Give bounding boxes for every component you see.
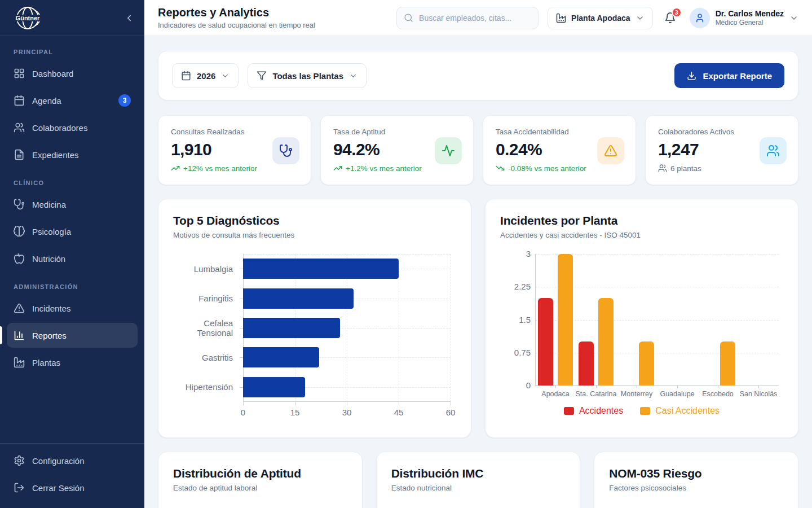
sidebar-item-label: Reportes	[32, 331, 67, 340]
plants-filter[interactable]: Todas las Plantas	[248, 63, 367, 88]
search-icon	[404, 13, 413, 23]
sidebar-item-cerrar-sesion[interactable]: Cerrar Sesión	[7, 475, 138, 500]
legend-swatch	[564, 407, 574, 415]
kpi-icon-box	[272, 137, 299, 164]
download-icon	[687, 71, 696, 81]
sidebar-item-plantas[interactable]: Plantas	[7, 350, 138, 375]
file-text-icon	[14, 149, 25, 160]
trending-down-icon	[496, 164, 505, 173]
year-filter[interactable]: 2026	[172, 63, 239, 88]
chart-card-incidentes: Incidentes por Planta Accidentes y casi …	[485, 199, 798, 438]
x-axis-labels: ApodacaSta. CatarinaMonterreyGuadalupeEs…	[535, 390, 779, 400]
y-tick-label: 2.25	[500, 282, 531, 291]
bar-lumbalgia	[243, 259, 399, 279]
plot-area	[243, 254, 451, 402]
kpi-subtext-label: 6 plantas	[670, 164, 701, 173]
bar-casi-accidentes-sta-catarina	[598, 298, 614, 386]
kpi-icon-box	[435, 137, 462, 164]
bar-hipertension	[243, 377, 305, 397]
kpi-label: Consultas Realizadas	[171, 128, 298, 136]
bar-faringitis	[243, 288, 354, 309]
user-menu[interactable]: Dr. Carlos Mendez Médico General	[690, 8, 798, 28]
x-tick-label: Monterrey	[621, 390, 652, 398]
sidebar-item-expedientes[interactable]: Expedientes	[7, 142, 138, 167]
notification-badge: 3	[672, 7, 682, 17]
legend-item-casi-accidentes[interactable]: Casi Accidentes	[640, 406, 720, 416]
axis-tick	[758, 386, 759, 388]
alert-triangle-icon	[604, 144, 617, 157]
kpi-card-consultas-realizadas: Consultas Realizadas1,910+12% vs mes ant…	[158, 115, 311, 185]
sidebar-item-medicina[interactable]: Medicina	[7, 192, 138, 217]
sidebar-item-label: Agenda	[32, 96, 61, 106]
kpi-label: Colaboradores Activos	[658, 128, 785, 136]
sidebar-item-configuracion[interactable]: Configuración	[7, 448, 138, 473]
sidebar-item-label: Expedientes	[32, 150, 79, 160]
sidebar-nav: PRINCIPALDashboardAgenda3ColaboradoresEx…	[0, 36, 144, 443]
export-report-button[interactable]: Exportar Reporte	[674, 63, 784, 88]
calendar-icon	[14, 95, 25, 106]
diagnosticos-bar-chart: LumbalgiaFaringitisCefalea TensionalGast…	[173, 252, 456, 424]
sidebar-item-colaboradores[interactable]: Colaboradores	[7, 115, 138, 140]
bar-casi-accidentes-monterrey	[639, 341, 654, 386]
topbar: Reportes y Analytics Indicadores de salu…	[144, 0, 812, 36]
card-distribucion-imc: Distribución IMC Estado nutricional	[376, 452, 581, 508]
sidebar-item-reportes[interactable]: Reportes	[7, 323, 138, 348]
bar-gastritis	[243, 347, 319, 367]
search-input[interactable]	[418, 13, 531, 23]
axis-tick	[295, 402, 295, 405]
bar-chart-icon	[14, 330, 25, 341]
kpi-subtext: 6 plantas	[658, 164, 785, 173]
y-tick-label: 0.75	[500, 348, 531, 357]
incidentes-bar-chart: 00.751.52.253ApodacaSta. CatarinaMonterr…	[500, 248, 783, 419]
legend-label: Casi Accidentes	[655, 406, 720, 416]
app-root: Güntner PRINCIPALDashboardAgenda3Colabor…	[0, 0, 812, 508]
sidebar-item-agenda[interactable]: Agenda3	[7, 88, 138, 113]
bar-cefalea-tensional	[243, 318, 340, 338]
kpi-label: Tasa de Aptitud	[333, 128, 461, 136]
legend-swatch	[640, 407, 650, 415]
axis-tick	[451, 402, 451, 405]
kpi-card-tasa-de-aptitud: Tasa de Aptitud94.2%+1.2% vs mes anterio…	[320, 115, 474, 185]
kpi-card-colaboradores-activos: Colaboradores Activos1,2476 plantas	[645, 115, 798, 185]
plant-selector[interactable]: Planta Apodaca	[548, 7, 653, 29]
axis-tick	[243, 402, 244, 405]
card-subtitle: Estado nutricional	[391, 484, 566, 492]
sidebar-item-nutricion[interactable]: Nutrición	[7, 246, 138, 271]
card-title: NOM-035 Riesgo	[609, 467, 783, 480]
sidebar-item-label: Psicología	[32, 227, 71, 237]
chart-title: Incidentes por Planta	[500, 214, 783, 227]
export-report-label: Exportar Reporte	[703, 71, 772, 81]
alert-triangle-icon	[14, 303, 25, 314]
axis-tick	[347, 402, 347, 405]
plant-selector-label: Planta Apodaca	[571, 14, 630, 23]
legend-item-accidentes[interactable]: Accidentes	[564, 406, 623, 416]
search-box[interactable]	[396, 7, 539, 29]
nav-section-administracion: ADMINISTRACIÓNIncidentesReportesPlantas	[7, 279, 138, 375]
notifications-button[interactable]: 3	[664, 12, 676, 24]
sidebar-item-label: Medicina	[32, 200, 66, 209]
kpi-icon-box	[597, 137, 624, 164]
users-icon	[766, 144, 780, 157]
plot-area	[535, 254, 779, 386]
page-subtitle: Indicadores de salud ocupacional en tiem…	[158, 21, 315, 29]
nav-section-label: CLÍNICO	[7, 175, 138, 192]
kpi-trend: +12% vs mes anterior	[171, 164, 298, 173]
y-axis-labels: 00.751.52.253	[500, 254, 531, 386]
sidebar-collapse-icon[interactable]	[124, 13, 134, 23]
category-axis: LumbalgiaFaringitisCefalea TensionalGast…	[173, 254, 239, 402]
x-tick-label: Sta. Catarina	[576, 390, 617, 398]
page-title: Reportes y Analytics	[158, 6, 315, 19]
card-subtitle: Factores psicosociales	[609, 484, 783, 492]
y-tick-label: 3	[500, 249, 531, 259]
main-area: Reportes y Analytics Indicadores de salu…	[144, 0, 812, 508]
funnel-icon	[257, 71, 267, 81]
sidebar-item-dashboard[interactable]: Dashboard	[7, 61, 138, 86]
category-label: Lumbalgia	[173, 254, 233, 283]
guntner-logo: Güntner	[9, 5, 54, 31]
sidebar-item-badge: 3	[118, 94, 131, 107]
sidebar-item-psicologia[interactable]: Psicología	[7, 219, 138, 244]
sidebar-item-incidentes[interactable]: Incidentes	[7, 296, 138, 321]
x-tick-label: 15	[290, 408, 300, 417]
calendar-icon	[181, 71, 191, 81]
x-tick-label: Guadalupe	[660, 390, 694, 398]
